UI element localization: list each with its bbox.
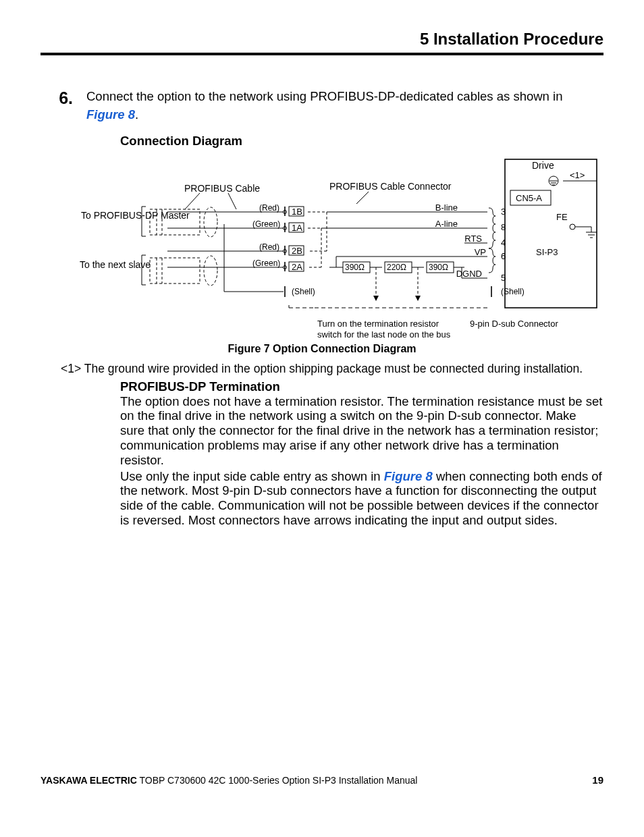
svg-marker-80 [415,296,421,301]
section-title: 5 Installation Procedure [420,30,603,48]
svg-text:Drive: Drive [532,160,554,171]
page-footer: YASKAWA ELECTRIC TOBP C730600 42C 1000-S… [41,774,603,786]
svg-text:4: 4 [501,238,506,248]
svg-text:CN5-A: CN5-A [516,193,542,203]
svg-text:(Shell): (Shell) [292,287,315,296]
svg-rect-0 [505,159,597,308]
svg-text:390Ω: 390Ω [345,263,365,272]
svg-rect-26 [150,258,200,284]
para-1: The option does not have a termination r… [120,394,603,468]
footer-left: YASKAWA ELECTRIC TOBP C730600 42C 1000-S… [41,775,417,786]
step-text-1: Connect the option to the network using … [86,89,562,103]
para-2: Use only the input side cable entry as s… [120,469,603,528]
svg-point-11 [570,224,575,230]
connection-diagram-heading: Connection Diagram [120,134,603,148]
svg-text:SI-P3: SI-P3 [536,247,558,257]
svg-text:(Red): (Red) [259,242,279,252]
svg-text:(Green): (Green) [252,219,280,229]
svg-text:VP: VP [475,247,486,257]
svg-text:(Red): (Red) [259,203,279,213]
step-number: 6. [41,88,86,108]
svg-text:(Green): (Green) [252,259,280,268]
footer-company: YASKAWA ELECTRIC [41,775,137,786]
page-number: 19 [592,774,603,786]
profibus-termination-heading: PROFIBUS-DP Termination [120,379,603,394]
svg-text:To PROFIBUS-DP Master: To PROFIBUS-DP Master [81,210,190,221]
svg-text:RTS: RTS [464,234,482,244]
figure-8-link-2[interactable]: Figure 8 [384,469,433,483]
footer-doc: TOBP C730600 42C 1000-Series Option SI-P… [137,775,418,786]
svg-text:2A: 2A [292,262,302,272]
svg-text:220Ω: 220Ω [387,263,406,272]
page-header: 5 Installation Procedure [41,30,603,55]
svg-marker-75 [373,296,379,301]
svg-point-32 [204,256,217,286]
step-text: Connect the option to the network using … [86,88,603,124]
svg-text:PROFIBUS Cable Connector: PROFIBUS Cable Connector [329,181,452,192]
svg-text:B-line: B-line [435,202,458,213]
svg-text:switch for the last node on th: switch for the last node on the bus [317,329,451,340]
profibus-body: The option does not have a termination r… [120,394,603,528]
svg-text:1A: 1A [292,223,302,233]
svg-text:390Ω: 390Ω [429,263,448,272]
svg-text:(Shell): (Shell) [501,287,525,296]
svg-text:FE: FE [556,212,568,222]
svg-text:6: 6 [501,251,506,261]
svg-text:9-pin D-sub Connector: 9-pin D-sub Connector [470,319,558,329]
svg-text:<1>: <1> [570,170,585,180]
step-6: 6. Connect the option to the network usi… [41,88,603,124]
svg-text:A-line: A-line [435,219,458,229]
svg-text:8: 8 [501,222,506,232]
svg-text:PROFIBUS Cable: PROFIBUS Cable [184,183,260,194]
figure-8-link[interactable]: Figure 8 [86,107,135,122]
note-1: <1> The ground wire provided in the opti… [61,362,603,377]
svg-text:5: 5 [501,273,506,283]
svg-text:3: 3 [501,207,506,217]
svg-text:To the next slave: To the next slave [80,259,151,270]
svg-text:2B: 2B [292,246,302,256]
svg-text:1B: 1B [292,207,302,217]
step-text-2: . [135,107,138,122]
figure-7-caption: Figure 7 Option Connection Diagram [41,343,603,355]
connection-diagram: .lbl { font: 14px Arial, sans-serif; } .… [59,153,603,340]
svg-line-22 [356,192,369,204]
svg-line-19 [185,193,200,209]
svg-text:DGND: DGND [456,269,482,279]
svg-text:Turn on the termination resist: Turn on the termination resistor [317,319,439,329]
svg-line-20 [228,193,236,209]
para-2a: Use only the input side cable entry as s… [120,469,384,483]
